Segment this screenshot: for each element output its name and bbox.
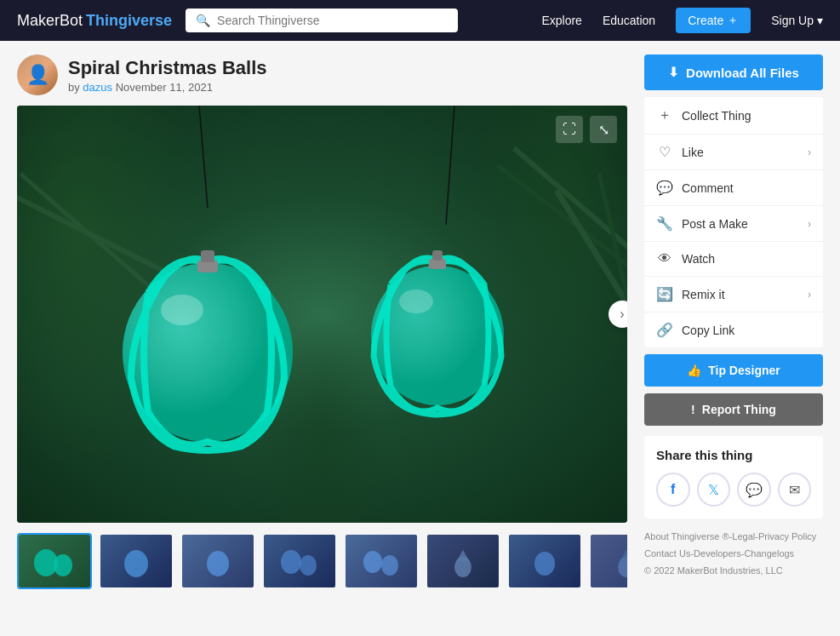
nav-education[interactable]: Education — [603, 14, 655, 27]
tip-icon: 👍 — [687, 364, 701, 377]
by-label: by — [68, 81, 80, 94]
svg-marker-30 — [620, 550, 627, 562]
search-icon: 🔍 — [196, 14, 210, 27]
remix-arrow: › — [808, 289, 811, 301]
action-list: ＋ Collect Thing ♡ Like › 💬 Comment 🔧 Pos… — [644, 97, 823, 347]
svg-rect-12 — [201, 250, 214, 262]
tip-designer-button[interactable]: 👍 Tip Designer — [644, 354, 823, 387]
thing-meta: by dazus November 11, 2021 — [68, 81, 267, 94]
like-item[interactable]: ♡ Like › — [644, 135, 823, 170]
svg-line-6 — [199, 106, 208, 208]
eye-icon: 👁 — [656, 251, 673, 266]
footer-changelogs-link[interactable]: Changelogs — [744, 548, 794, 559]
thing-header: 👤 Spiral Christmas Balls by dazus Novemb… — [17, 54, 627, 95]
share-title: Share this thing — [656, 448, 811, 462]
thumbnail-3[interactable] — [180, 533, 255, 589]
thumbnail-8[interactable] — [589, 533, 627, 589]
svg-point-10 — [161, 295, 203, 325]
svg-rect-11 — [197, 261, 218, 272]
share-buttons: f 𝕏 💬 ✉ — [656, 473, 811, 507]
remix-icon: 🔄 — [656, 286, 673, 302]
ornaments-svg — [17, 106, 627, 523]
image-controls: ⛶ ⤡ — [556, 116, 617, 143]
like-arrow: › — [808, 146, 811, 158]
svg-point-22 — [281, 550, 301, 574]
thumbnail-7[interactable] — [507, 533, 582, 589]
download-icon: ⬇ — [668, 65, 679, 80]
collect-thing-item[interactable]: ＋ Collect Thing — [644, 97, 823, 135]
email-share-button[interactable]: ✉ — [778, 473, 812, 507]
post-make-arrow: › — [808, 218, 811, 230]
search-input[interactable] — [217, 14, 448, 27]
svg-point-19 — [54, 554, 72, 576]
svg-marker-27 — [456, 550, 470, 562]
svg-line-7 — [446, 106, 454, 225]
footer-about-link[interactable]: About Thingiverse — [644, 531, 719, 541]
comment-label: Comment — [682, 181, 811, 195]
svg-point-15 — [399, 289, 433, 313]
svg-line-1 — [20, 174, 157, 293]
search-bar[interactable]: 🔍 — [186, 9, 458, 32]
left-section: 👤 Spiral Christmas Balls by dazus Novemb… — [17, 54, 627, 589]
thumbnail-5[interactable] — [344, 533, 419, 589]
thumbnail-1[interactable] — [17, 533, 92, 589]
link-icon: 🔗 — [656, 322, 673, 338]
footer-contact-link[interactable]: Contact Us — [644, 548, 690, 559]
thumbnail-6[interactable] — [426, 533, 500, 589]
comment-icon: 💬 — [656, 180, 673, 196]
nav-create[interactable]: Create ＋ — [676, 8, 751, 33]
main-image: ⛶ ⤡ › — [17, 106, 627, 523]
thumbnail-4[interactable] — [262, 533, 337, 589]
thing-title-block: Spiral Christmas Balls by dazus November… — [68, 57, 267, 94]
svg-point-21 — [207, 551, 229, 576]
footer-links: About Thingiverse ®-Legal-Privacy Policy… — [644, 529, 823, 579]
nav-explore[interactable]: Explore — [541, 14, 581, 27]
header-nav: Explore Education Create ＋ Sign Up ▾ — [541, 8, 823, 33]
copy-link-item[interactable]: 🔗 Copy Link — [644, 312, 823, 347]
thumbnail-2[interactable] — [99, 533, 174, 589]
logo[interactable]: MakerBot Thingiverse — [17, 12, 172, 30]
watch-label: Watch — [682, 252, 811, 266]
svg-rect-17 — [432, 250, 443, 261]
logo-thingiverse: Thingiverse — [86, 12, 172, 30]
svg-point-24 — [363, 551, 382, 573]
main-content: 👤 Spiral Christmas Balls by dazus Novemb… — [0, 41, 840, 603]
svg-line-2 — [514, 148, 628, 259]
logo-makerbot: MakerBot — [17, 12, 83, 30]
author-link[interactable]: dazus — [83, 81, 112, 94]
post-make-label: Post a Make — [682, 217, 799, 231]
like-label: Like — [682, 146, 799, 159]
watch-item[interactable]: 👁 Watch — [644, 242, 823, 277]
comment-item[interactable]: 💬 Comment — [644, 170, 823, 206]
heart-icon: ♡ — [656, 144, 673, 160]
collect-label: Collect Thing — [682, 109, 811, 123]
nav-signup[interactable]: Sign Up ▾ — [771, 14, 823, 27]
fullscreen-button[interactable]: ⛶ — [556, 116, 583, 143]
exclamation-icon: ! — [691, 403, 695, 416]
footer-copyright: © 2022 MakerBot Industries, LLC — [644, 563, 823, 580]
svg-point-23 — [300, 555, 317, 576]
report-thing-button[interactable]: ! Report Thing — [644, 393, 823, 426]
footer-privacy-link[interactable]: Privacy Policy — [758, 531, 816, 541]
twitter-share-button[interactable]: 𝕏 — [697, 473, 731, 507]
copy-label: Copy Link — [682, 324, 811, 337]
remix-label: Remix it — [682, 288, 799, 301]
whatsapp-share-button[interactable]: 💬 — [737, 473, 771, 507]
collect-icon: ＋ — [656, 106, 673, 124]
footer-legal-link[interactable]: ®-Legal — [723, 531, 756, 541]
chevron-down-icon: ▾ — [817, 14, 823, 27]
remix-item[interactable]: 🔄 Remix it › — [644, 277, 823, 312]
svg-point-20 — [124, 550, 148, 577]
footer-developers-link[interactable]: Developers — [694, 548, 741, 559]
avatar: 👤 — [17, 54, 58, 95]
header: MakerBot Thingiverse 🔍 Explore Education… — [0, 0, 840, 41]
post-make-item[interactable]: 🔧 Post a Make › — [644, 206, 823, 242]
download-all-button[interactable]: ⬇ Download All Files — [644, 54, 823, 90]
svg-line-0 — [17, 191, 174, 276]
share-section: Share this thing f 𝕏 💬 ✉ — [644, 436, 823, 519]
facebook-share-button[interactable]: f — [656, 473, 690, 507]
post-make-icon: 🔧 — [656, 215, 673, 232]
expand-button[interactable]: ⤡ — [590, 116, 617, 143]
svg-point-25 — [381, 555, 398, 576]
svg-point-28 — [534, 552, 555, 576]
